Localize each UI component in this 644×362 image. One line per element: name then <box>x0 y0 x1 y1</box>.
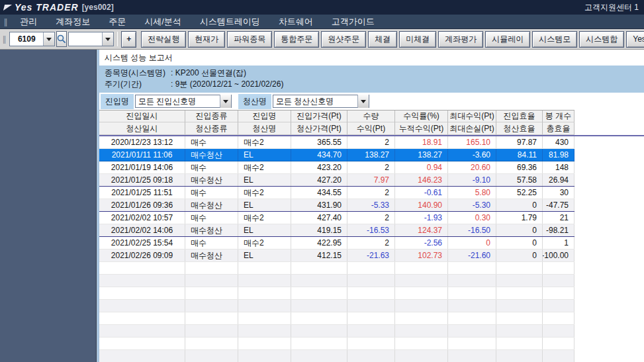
empty-table-row[interactable] <box>99 350 575 362</box>
table-cell <box>185 262 238 274</box>
table-cell <box>185 275 238 287</box>
table-cell <box>291 312 347 324</box>
toolbar-button[interactable]: 체결 <box>368 31 397 48</box>
table-row[interactable]: 2021/02/25 15:54매수매수2422.952-2.56001 <box>99 237 575 249</box>
table-cell <box>99 262 185 274</box>
table-cell <box>496 350 543 362</box>
table-cell <box>185 325 238 337</box>
exit-signal-combobox[interactable]: 모든 청산신호명 <box>273 95 369 108</box>
table-row[interactable]: 2021/01/19 14:06매수매수2423.2020.9420.6069.… <box>99 161 575 174</box>
table-cell <box>347 275 395 287</box>
toolbar-button[interactable]: YesLangu <box>626 31 644 48</box>
header-row-exit[interactable]: 청산일시청산종류청산명청산가격(Pt)수익(Pt)누적수익(Pt)최대손실(Pt… <box>99 122 575 135</box>
table-cell <box>347 350 395 362</box>
empty-table-row[interactable] <box>99 312 575 325</box>
menu-item[interactable]: 고객가이드 <box>322 16 384 28</box>
table-cell <box>543 312 575 324</box>
symbol-combobox[interactable] <box>9 32 55 46</box>
menu-item[interactable]: 시스템트레이딩 <box>191 16 269 28</box>
table-cell <box>291 338 347 349</box>
menu-item[interactable]: 주문 <box>99 16 135 28</box>
table-cell: 2021/02/26 09:09 <box>99 249 185 261</box>
exit-signal-dropdown-button[interactable] <box>357 95 369 108</box>
header-cell: 청산명 <box>238 122 291 135</box>
table-cell: 2021/01/25 11:51 <box>99 187 185 199</box>
toolbar-button[interactable]: 시뮬레이 <box>485 31 530 48</box>
table-cell: 434.55 <box>291 187 347 199</box>
symbol-dropdown-button[interactable] <box>43 32 54 46</box>
table-cell: 7.97 <box>347 174 395 186</box>
table-cell: 매수2 <box>238 212 291 224</box>
toolbar-button[interactable]: 시스템합 <box>579 31 624 48</box>
strategy-combobox[interactable] <box>68 32 114 46</box>
table-cell: 81.98 <box>543 149 575 161</box>
table-cell <box>347 300 395 312</box>
empty-table-row[interactable] <box>99 275 575 287</box>
add-button[interactable]: + <box>121 31 136 48</box>
table-cell: 0 <box>496 224 543 236</box>
menu-item[interactable]: 관리 <box>11 16 46 28</box>
toolbar-button[interactable]: 현재가 <box>188 31 225 48</box>
symbol-system-label: 종목명(시스템명) <box>105 68 171 79</box>
table-cell: 2021/01/26 09:36 <box>99 199 185 211</box>
menu-item[interactable]: 차트쉐어 <box>269 16 322 28</box>
table-cell <box>238 325 291 337</box>
trade-table: 진입일시진입종류진입명진입가격(Pt)수량수익률(%)최대수익(Pt)진입효율봉… <box>99 110 644 362</box>
table-row[interactable]: 2020/12/23 13:12매수매수2365.55218.91165.109… <box>99 136 575 149</box>
menu-item[interactable]: 계좌정보 <box>46 16 99 28</box>
symbol-input[interactable] <box>10 34 43 44</box>
toolbar-button[interactable]: 계좌평가 <box>438 31 483 48</box>
table-row[interactable]: 2021/01/25 11:51매수매수2434.552-0.615.8052.… <box>99 187 575 199</box>
table-row[interactable]: 2021/02/02 10:57매수매수2427.402-1.930.301.7… <box>99 212 575 224</box>
search-button[interactable] <box>56 31 67 47</box>
table-row[interactable]: 2021/01/26 09:36매수청산EL431.90-5.33140.90-… <box>99 199 575 212</box>
empty-table-row[interactable] <box>99 287 575 300</box>
header-row-entry[interactable]: 진입일시진입종류진입명진입가격(Pt)수량수익률(%)최대수익(Pt)진입효율봉… <box>99 110 575 122</box>
table-cell: 매수청산 <box>185 149 238 161</box>
system-performance-report-window: 시스템 성능 보고서 종목명(시스템명) : KP200 선물연결(잡) 주기(… <box>96 50 644 362</box>
table-cell: 매수청산 <box>185 249 238 261</box>
table-cell: 매수2 <box>238 161 291 173</box>
menu-item[interactable]: 시세/분석 <box>135 16 191 28</box>
empty-table-row[interactable] <box>99 262 575 275</box>
table-cell: 21 <box>543 212 575 224</box>
toolbar-buttons: 전략실행현재가파워종목통합주문원샷주문체결미체결계좌평가시뮬레이시스템모시스템합… <box>141 31 644 48</box>
strategy-dropdown-button[interactable] <box>102 32 113 46</box>
table-cell <box>496 338 543 349</box>
table-row[interactable]: 2021/02/26 09:09매수청산EL412.15-21.63102.73… <box>99 249 575 262</box>
toolbar-button[interactable]: 미체결 <box>399 31 436 48</box>
table-row[interactable]: 2021/02/02 14:06매수청산EL419.15-16.53124.37… <box>99 224 575 237</box>
toolbar-button[interactable]: 전략실행 <box>141 31 186 48</box>
panel-title: 시스템 성능 보고서 <box>99 50 644 66</box>
table-row[interactable]: 2021/01/11 11:06매수청산EL434.70138.27138.27… <box>99 149 575 161</box>
empty-table-row[interactable] <box>99 338 575 350</box>
table-cell: 427.40 <box>291 212 347 224</box>
table-cell <box>99 325 185 337</box>
table-cell <box>347 325 395 337</box>
table-cell <box>291 300 347 312</box>
empty-table-row[interactable] <box>99 300 575 312</box>
toolbar-grip-handle[interactable]: || <box>3 34 5 44</box>
menubar-grip-handle[interactable]: || <box>4 17 7 26</box>
header-cell: 수량 <box>347 111 395 122</box>
empty-table-row[interactable] <box>99 325 575 338</box>
entry-signal-dropdown-button[interactable] <box>220 95 231 108</box>
table-cell: -0.61 <box>395 187 448 199</box>
toolbar-button[interactable]: 원샷주문 <box>321 31 366 48</box>
toolbar-button[interactable]: 시스템모 <box>532 31 577 48</box>
table-cell: -16.53 <box>347 224 395 236</box>
strategy-input[interactable] <box>69 34 102 44</box>
chevron-down-icon <box>105 38 111 41</box>
table-row[interactable]: 2021/01/25 09:18매수청산EL427.207.97146.23-9… <box>99 174 575 187</box>
table-cell <box>496 262 543 274</box>
toolbar-button[interactable]: 통합주문 <box>274 31 319 48</box>
table-cell: 1.79 <box>496 212 543 224</box>
table-cell: 140.90 <box>395 199 448 211</box>
entry-signal-combobox[interactable]: 모든 진입신호명 <box>135 95 232 108</box>
header-cell: 진입가격(Pt) <box>291 111 347 122</box>
customer-support-link[interactable]: 고객지원센터 1 <box>584 2 639 13</box>
table-cell: 2021/01/25 09:18 <box>99 174 185 186</box>
table-cell: 138.27 <box>347 149 395 161</box>
table-cell: 423.20 <box>291 161 347 173</box>
toolbar-button[interactable]: 파워종목 <box>227 31 272 48</box>
